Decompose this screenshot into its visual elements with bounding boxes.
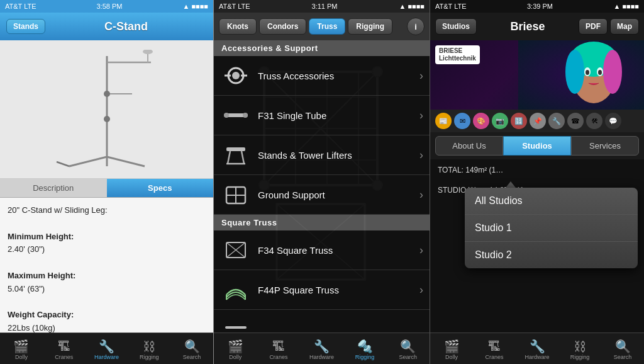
rigging-button[interactable]: Rigging — [348, 18, 392, 35]
search-icon-2: 🔍 — [400, 340, 416, 353]
list-item-truss-accessories[interactable]: Truss Accessories › — [214, 56, 430, 96]
support-icon[interactable]: 🛠 — [586, 113, 602, 129]
time-2: 3:11 PM — [312, 3, 338, 10]
gallery-icon[interactable]: 📷 — [492, 113, 508, 129]
f44p-label: F44P Square Truss — [258, 285, 416, 295]
number-icon[interactable]: 🔢 — [511, 113, 527, 129]
chevron-right-icon: › — [419, 69, 423, 82]
tabbar-dolly-1[interactable]: 🎬 Dolly — [0, 333, 43, 364]
tabbar-cranes-label-3: Cranes — [485, 354, 503, 360]
f34-svg — [221, 237, 250, 263]
total-label: TOTAL: — [438, 166, 464, 174]
design-icon[interactable]: 🎨 — [473, 113, 489, 129]
tabbar-search-2[interactable]: 🔍 Search — [386, 333, 430, 364]
seg-services[interactable]: Services — [571, 136, 639, 156]
svg-line-7 — [107, 157, 145, 166]
map-button[interactable]: Map — [610, 18, 639, 35]
chevron-right-icon-2: › — [419, 109, 423, 122]
tabbar-rigging-3[interactable]: ⛓ Rigging — [558, 333, 601, 364]
tabbar-search-3[interactable]: 🔍 Search — [601, 333, 644, 364]
cranes-icon-3: 🏗 — [488, 340, 501, 353]
briese-logo: BRIESE Lichttechnik — [435, 45, 480, 64]
cstand-image-area — [0, 40, 213, 179]
tabbar-search-1[interactable]: 🔍 Search — [170, 333, 213, 364]
tabbar-rigging-1[interactable]: ⛓ Rigging — [128, 333, 170, 364]
tabbar-dolly-2[interactable]: 🎬 Dolly — [214, 333, 257, 364]
nav-bar-1: Stands C-Stand — [0, 13, 213, 40]
tabbar-dolly-label-1: Dolly — [15, 354, 28, 360]
dropdown-studio-1[interactable]: Studio 1 — [465, 215, 638, 242]
dropdown-studio-2[interactable]: Studio 2 — [465, 242, 638, 268]
pdf-button[interactable]: PDF — [579, 18, 608, 35]
box-svg — [221, 182, 250, 207]
tab-bar-1: 🎬 Dolly 🏗 Cranes 🔧 Hardware ⛓ Rigging 🔍 … — [0, 333, 213, 364]
list-item-f34[interactable]: F34 Square Truss › — [214, 230, 430, 270]
list-item-f31[interactable]: F31 Single Tube › — [214, 96, 430, 135]
condors-button[interactable]: Condors — [259, 18, 306, 35]
tools-icon[interactable]: 🔧 — [548, 113, 565, 129]
studio-dropdown: All Studios Studio 1 Studio 2 — [465, 188, 638, 268]
tab-specs[interactable]: Specs — [107, 179, 214, 197]
email-icon[interactable]: ✉ — [454, 113, 470, 129]
carrier-3: AT&T LTE — [435, 3, 467, 10]
clamp-svg — [221, 63, 250, 88]
briese-image-band: BRIESE Lichttechnik — [430, 40, 644, 110]
model-portrait — [518, 40, 644, 110]
more-icon — [220, 315, 252, 333]
icon-strip: 📰 ✉ 🎨 📷 🔢 📌 🔧 ☎ 🛠 💬 — [430, 110, 644, 132]
logo-line2: Lichttechnik — [439, 55, 476, 62]
svg-point-9 — [104, 91, 110, 97]
tabbar-hardware-1[interactable]: 🔧 Hardware — [86, 333, 128, 364]
panel-cstand: AT&T LTE 3:58 PM ▲ ■■■■ Stands C-Stand — [0, 0, 214, 364]
f31-label: F31 Single Tube — [258, 110, 416, 121]
nav-bar-2: Knots Condors Truss Rigging i — [214, 13, 430, 40]
search-icon-1: 🔍 — [184, 340, 200, 353]
list-item-stands[interactable]: Stands & Tower Lifters › — [214, 135, 430, 175]
info-button[interactable]: i — [407, 18, 425, 35]
tabbar-hardware-3[interactable]: 🔧 Hardware — [516, 333, 558, 364]
dolly-icon-2: 🎬 — [228, 340, 243, 353]
tabbar-hardware-label-1: Hardware — [94, 354, 119, 360]
cstand-desc: 20" C-Stand w/ Sliding Leg: — [8, 204, 206, 217]
tab-description[interactable]: Description — [0, 179, 107, 197]
back-button-studios[interactable]: Studios — [435, 18, 477, 35]
contact-icon[interactable]: 💬 — [605, 113, 621, 129]
status-bar-1: AT&T LTE 3:58 PM ▲ ■■■■ — [0, 0, 213, 13]
tube-svg — [221, 103, 250, 128]
svg-point-28 — [232, 72, 240, 79]
phone-icon[interactable]: ☎ — [567, 113, 584, 129]
svg-point-10 — [104, 116, 110, 122]
tabbar-cranes-2[interactable]: 🏗 Cranes — [257, 333, 301, 364]
list-item-f44p[interactable]: F44P Square Truss › — [214, 270, 430, 310]
news-icon[interactable]: 📰 — [435, 113, 452, 129]
carrier-1: AT&T LTE — [5, 3, 36, 10]
total-value: 149m² (1… — [465, 166, 503, 174]
rigging-icon-1: ⛓ — [143, 340, 155, 353]
truss-button[interactable]: Truss — [309, 18, 345, 35]
briese-content: TOTAL: 149m² (1… STUDIO W …: 14.25m (4… … — [430, 159, 644, 333]
knots-button[interactable]: Knots — [219, 18, 257, 35]
tabbar-cranes-3[interactable]: 🏗 Cranes — [473, 333, 516, 364]
tabbar-hardware-2[interactable]: 🔧 Hardware — [300, 333, 343, 364]
dolly-icon-3: 🎬 — [444, 340, 460, 353]
time-1: 3:58 PM — [97, 3, 123, 10]
dropdown-all-studios[interactable]: All Studios — [465, 188, 638, 215]
signal-3: ▲ ■■■■ — [613, 3, 639, 10]
weight-cap-label: Weight Capacity: — [8, 310, 74, 319]
nav-bar-3: Studios Briese PDF Map — [430, 13, 644, 40]
seg-studios[interactable]: Studios — [503, 136, 571, 156]
tabbar-cranes-1[interactable]: 🏗 Cranes — [43, 333, 86, 364]
svg-point-51 — [565, 50, 584, 94]
location-icon[interactable]: 📌 — [530, 113, 546, 129]
seg-about-us[interactable]: About Us — [435, 136, 503, 156]
tabbar-dolly-3[interactable]: 🎬 Dolly — [430, 333, 473, 364]
f44p-icon — [220, 275, 252, 304]
tabbar-rigging-2[interactable]: 🔩 Rigging — [343, 333, 387, 364]
back-button-1[interactable]: Stands — [6, 19, 45, 34]
svg-rect-46 — [225, 326, 247, 329]
list-item-more[interactable] — [214, 310, 430, 333]
chevron-right-icon-4: › — [419, 188, 423, 202]
f34-icon — [220, 236, 252, 264]
list-item-ground-support[interactable]: Ground Support › — [214, 175, 430, 215]
truss-accessories-label: Truss Accessories — [258, 71, 416, 81]
